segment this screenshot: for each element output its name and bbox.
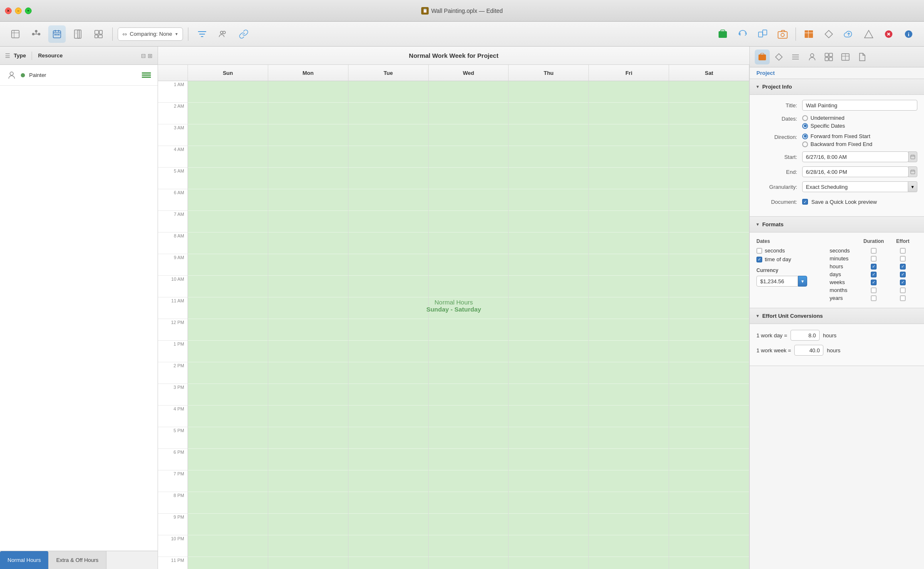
insp-person-btn[interactable] xyxy=(805,49,820,64)
insp-table-btn[interactable] xyxy=(838,49,853,64)
granularity-select[interactable]: Exact Scheduling xyxy=(802,181,908,192)
granularity-arrow[interactable]: ▼ xyxy=(908,181,917,192)
toolbar-table-btn[interactable] xyxy=(800,25,818,43)
work-week-input[interactable] xyxy=(794,345,823,356)
toolbar-people-btn[interactable] xyxy=(214,25,232,43)
toolbar-network-btn[interactable] xyxy=(27,25,45,43)
dur-hours-check[interactable]: ✓ xyxy=(859,262,888,270)
effort-conversions-header[interactable]: ▼ Effort Unit Conversions xyxy=(750,308,924,324)
end-cal-btn[interactable] xyxy=(908,166,917,177)
tab-extra-off-hours[interactable]: Extra & Off Hours xyxy=(49,551,106,569)
project-info-header[interactable]: ▼ Project Info xyxy=(750,79,924,95)
dur-months-checkbox[interactable] xyxy=(871,287,877,293)
specific-dates-radio[interactable] xyxy=(802,123,808,129)
dur-days-checkbox[interactable]: ✓ xyxy=(871,272,877,277)
dur-weeks-checkbox[interactable]: ✓ xyxy=(871,280,877,285)
seconds-checkbox[interactable] xyxy=(756,248,762,254)
insp-lines-btn[interactable] xyxy=(788,49,803,64)
toolbar-filter-btn[interactable] xyxy=(193,25,211,43)
day-col-sat[interactable] xyxy=(669,81,749,569)
work-day-input[interactable] xyxy=(791,330,820,341)
day-col-thu[interactable] xyxy=(509,81,589,569)
dur-weeks-check[interactable]: ✓ xyxy=(859,278,888,286)
document-checkbox[interactable]: ✓ xyxy=(802,199,808,205)
toolbar-report-btn[interactable] xyxy=(69,25,86,43)
end-input[interactable] xyxy=(802,166,909,177)
undetermined-radio-row[interactable]: Undetermined xyxy=(802,115,917,121)
toolbar-dashboard-btn[interactable] xyxy=(90,25,107,43)
insp-grid-btn[interactable] xyxy=(821,49,836,64)
toolbar-info-btn[interactable]: i xyxy=(900,25,917,43)
backward-radio-row[interactable]: Backward from Fixed End xyxy=(802,141,917,147)
dur-months-check[interactable] xyxy=(859,286,888,294)
time-of-day-checkbox[interactable]: ✓ xyxy=(756,257,762,262)
toolbar-sync-btn[interactable] xyxy=(734,25,751,43)
specific-dates-radio-row[interactable]: Specific Dates xyxy=(802,123,917,129)
forward-radio[interactable] xyxy=(802,134,808,139)
ef-hours-check[interactable]: ✓ xyxy=(888,262,917,270)
day-col-sun[interactable] xyxy=(188,81,268,569)
day-col-fri[interactable] xyxy=(589,81,669,569)
backward-radio[interactable] xyxy=(802,141,808,147)
start-cal-btn[interactable] xyxy=(908,151,917,162)
title-input[interactable] xyxy=(802,100,917,111)
ef-weeks-checkbox[interactable]: ✓ xyxy=(900,280,906,285)
insp-grid-icon xyxy=(824,52,833,62)
seconds-check-row[interactable]: seconds xyxy=(756,247,823,254)
toolbar-diamond-btn[interactable] xyxy=(820,25,838,43)
currency-input[interactable] xyxy=(756,276,798,287)
ef-minutes-checkbox[interactable] xyxy=(900,256,906,262)
insp-diamond-btn[interactable] xyxy=(771,49,786,64)
toolbar-cloud-btn[interactable] xyxy=(840,25,857,43)
ef-minutes-check[interactable] xyxy=(888,255,917,262)
currency-arrow[interactable]: ▼ xyxy=(798,276,807,287)
tab-normal-hours[interactable]: Normal Hours xyxy=(0,551,49,569)
dur-seconds-checkbox[interactable] xyxy=(871,248,877,254)
minimize-button[interactable]: − xyxy=(15,7,22,14)
toolbar-projects-btn[interactable] xyxy=(714,25,731,43)
toolbar-triangle-btn[interactable] xyxy=(860,25,877,43)
maximize-button[interactable]: + xyxy=(25,7,32,14)
ef-days-check[interactable]: ✓ xyxy=(888,270,917,278)
ef-years-checkbox[interactable] xyxy=(900,295,906,301)
toolbar-link-btn[interactable] xyxy=(235,25,252,43)
dur-years-checkbox[interactable] xyxy=(871,295,877,301)
document-checkbox-row[interactable]: ✓ Save a Quick Look preview xyxy=(802,199,917,205)
close-button[interactable]: ✕ xyxy=(5,7,12,14)
dur-minutes-checkbox[interactable] xyxy=(871,256,877,262)
settings-col-icon[interactable]: ⊞ xyxy=(148,52,153,59)
dur-years-check[interactable] xyxy=(859,294,888,302)
dur-minutes-check[interactable] xyxy=(859,255,888,262)
formats-header[interactable]: ▼ Formats xyxy=(750,217,924,233)
dur-seconds-check[interactable] xyxy=(859,247,888,255)
undetermined-radio[interactable] xyxy=(802,115,808,121)
toolbar-camera-btn[interactable] xyxy=(774,25,791,43)
ef-weeks-check[interactable]: ✓ xyxy=(888,278,917,286)
toolbar-gantt-btn[interactable] xyxy=(7,25,24,43)
insp-doc-btn[interactable] xyxy=(855,49,870,64)
filter-col-icon[interactable]: ⊟ xyxy=(141,52,146,59)
granularity-label: Granularity: xyxy=(756,184,802,190)
ef-months-check[interactable] xyxy=(888,286,917,294)
ef-seconds-checkbox[interactable] xyxy=(900,248,906,254)
comparing-dropdown[interactable]: ⇔ Comparing: None ▼ xyxy=(118,27,183,41)
dur-hours-checkbox[interactable]: ✓ xyxy=(871,264,877,270)
time-of-day-check-row[interactable]: ✓ time of day xyxy=(756,256,823,262)
insp-project-btn[interactable] xyxy=(755,49,770,64)
dur-days-check[interactable]: ✓ xyxy=(859,270,888,278)
resource-row[interactable]: Painter xyxy=(0,65,158,86)
ef-months-checkbox[interactable] xyxy=(900,287,906,293)
toolbar-calendar-btn[interactable] xyxy=(48,25,66,43)
ef-seconds-check[interactable] xyxy=(888,247,917,255)
forward-radio-row[interactable]: Forward from Fixed Start xyxy=(802,133,917,139)
toolbar-share-btn[interactable] xyxy=(754,25,771,43)
work-day-row: 1 work day = hours xyxy=(756,330,917,341)
ef-days-checkbox[interactable]: ✓ xyxy=(900,272,906,277)
ef-years-check[interactable] xyxy=(888,294,917,302)
day-col-tue[interactable] xyxy=(348,81,429,569)
day-col-wed[interactable] xyxy=(429,81,509,569)
start-input[interactable] xyxy=(802,151,909,162)
toolbar-stop-btn[interactable] xyxy=(880,25,897,43)
day-col-mon[interactable] xyxy=(268,81,348,569)
ef-hours-checkbox[interactable]: ✓ xyxy=(900,264,906,270)
